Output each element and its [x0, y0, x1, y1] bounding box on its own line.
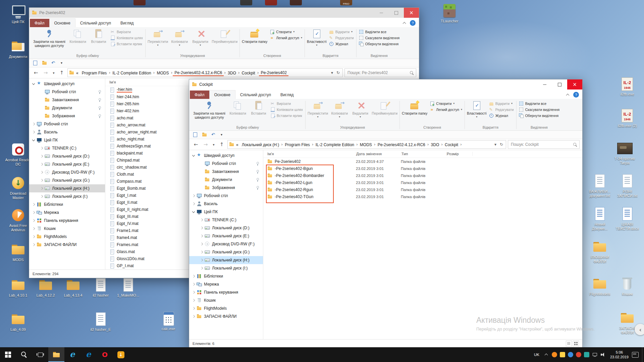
- breadcrumb-item[interactable]: MODS ›: [155, 70, 173, 76]
- open-button[interactable]: Відкрити▾: [328, 29, 355, 35]
- paste-shortcut-button[interactable]: Вставити ярлик: [109, 41, 144, 47]
- copy-button[interactable]: Копіювати: [227, 100, 248, 116]
- expander-icon[interactable]: [200, 162, 204, 166]
- tab-file[interactable]: Файл: [30, 19, 49, 27]
- partial-desktop-icon[interactable]: [290, 0, 302, 5]
- nav-item[interactable]: Робочий стіл: [29, 88, 105, 96]
- large-icons-view-button[interactable]: [573, 341, 579, 347]
- language-indicator[interactable]: UK: [531, 353, 542, 357]
- expander-icon[interactable]: [200, 218, 204, 222]
- expander-icon[interactable]: [40, 187, 44, 190]
- breadcrumb-item[interactable]: Program Files ›: [283, 142, 314, 147]
- expander-icon[interactable]: [40, 195, 44, 198]
- -Pe-2series402-Lgun[interactable]: -Pe-2series402-Lgun 23.02.2019 3:01 Папк…: [263, 179, 582, 186]
- nav-item[interactable]: Зображення: [29, 112, 105, 120]
- properties-button[interactable]: Властивості▾: [466, 100, 488, 120]
- new-folder-button[interactable]: Створити папку: [401, 100, 428, 116]
- new-item-button[interactable]: Створити▾: [268, 29, 304, 35]
- nav-item[interactable]: Цей ПК: [29, 136, 105, 144]
- nav-item[interactable]: Локальний диск (H:): [189, 256, 263, 264]
- expander-icon[interactable]: [40, 90, 44, 94]
- desktop-icon[interactable]: FlightModels: [586, 276, 613, 296]
- breadcrumb-item[interactable]: Pe-2series402-4.12.x-RC6 ›: [376, 142, 429, 147]
- nav-item[interactable]: Швидкий доступ: [189, 152, 263, 160]
- breadcrumb-item[interactable]: IL-2 Complete Edition ›: [314, 142, 358, 147]
- edit-button[interactable]: Редагувати: [488, 107, 515, 113]
- tab-share[interactable]: Спільний доступ: [235, 90, 276, 99]
- nav-item[interactable]: Завантаження: [189, 168, 263, 176]
- nav-item[interactable]: Цей ПК: [189, 208, 263, 216]
- partial-desktop-icon[interactable]: [240, 0, 252, 5]
- expander-icon[interactable]: [40, 155, 44, 158]
- qat-properties-button[interactable]: [193, 132, 198, 137]
- action-center-button[interactable]: [632, 352, 639, 358]
- title-bar[interactable]: Pe-2series402 ×: [29, 8, 419, 18]
- history-button[interactable]: Журнал: [488, 113, 515, 119]
- taskbar-internet-explorer[interactable]: [64, 347, 80, 362]
- taskbar-download-master[interactable]: [113, 347, 129, 362]
- expander-icon[interactable]: [192, 275, 196, 278]
- tray-icon-4[interactable]: [576, 352, 581, 357]
- address-box[interactable]: « › Локальний диск (H:) › Program Files …: [227, 140, 506, 149]
- tab-share[interactable]: Спільний доступ: [75, 19, 116, 27]
- help-icon[interactable]: ?: [410, 20, 416, 26]
- rename-button[interactable]: Перейменувати: [211, 28, 238, 45]
- nav-item[interactable]: Завантаження: [29, 96, 105, 104]
- nav-item[interactable]: TENNER (C:): [189, 216, 263, 224]
- expander-icon[interactable]: [200, 250, 204, 254]
- expander-icon[interactable]: [40, 146, 44, 150]
- back-button[interactable]: ←: [32, 69, 40, 77]
- cut-button[interactable]: Вирізати: [109, 29, 144, 35]
- breadcrumb-item[interactable]: MODS ›: [358, 142, 376, 147]
- tray-icon-5[interactable]: [584, 352, 589, 357]
- desktop-icon[interactable]: Кошик: [614, 276, 641, 296]
- maximize-button[interactable]: [389, 8, 404, 18]
- column-header-name[interactable]: Ім'я: [109, 80, 194, 84]
- nav-item[interactable]: Зображення: [189, 184, 263, 192]
- desktop-icon[interactable]: TLauncher: [436, 3, 463, 23]
- nav-item[interactable]: Локальний диск (D:): [189, 224, 263, 232]
- Pe-2series402[interactable]: Pe-2series402 23.02.2019 4:37 Папка файл…: [263, 158, 582, 165]
- nav-item[interactable]: Локальний диск (I:): [29, 192, 105, 200]
- paste-shortcut-button[interactable]: Вставити ярлик: [269, 113, 304, 119]
- expander-icon[interactable]: [192, 210, 196, 214]
- desktop-icon[interactable]: Avast Free Antivirus: [5, 208, 32, 232]
- desktop-icon[interactable]: Lab_4.10.1: [5, 278, 32, 298]
- nav-item[interactable]: Локальний диск (G:): [189, 248, 263, 256]
- -Pe-2series402-Bgun[interactable]: -Pe-2series402-Bgun 23.02.2019 3:01 Папк…: [263, 165, 582, 172]
- copy-to-button[interactable]: Копіювати▾: [329, 100, 350, 120]
- desktop-icon[interactable]: Lab_4.13.4: [60, 278, 87, 298]
- nav-item[interactable]: FlightModels: [29, 233, 105, 241]
- close-button[interactable]: ×: [404, 8, 419, 18]
- -Pe-2series402-TGun[interactable]: -Pe-2series402-TGun 23.02.2019 3:01 Папк…: [263, 193, 582, 200]
- column-header-size[interactable]: Розмір: [447, 152, 473, 156]
- collapse-ribbon-icon[interactable]: [566, 93, 570, 97]
- desktop-icon[interactable]: РІЗНІ ЗАПИСИ.txt: [614, 174, 641, 198]
- desktop-icon[interactable]: Download Master: [5, 176, 32, 200]
- nav-item[interactable]: ЗАПАСНІ ФАЙЛИ: [189, 312, 263, 320]
- expander-icon[interactable]: [32, 203, 36, 206]
- title-bar[interactable]: Cockpit ×: [189, 79, 582, 89]
- column-header-name[interactable]: Ім'я: [267, 152, 356, 156]
- close-button[interactable]: ×: [567, 79, 582, 89]
- desktop-icon[interactable]: 1_MakeMO...: [115, 278, 142, 298]
- nav-item[interactable]: Дисковод DVD-RW (F:): [29, 168, 105, 176]
- expander-icon[interactable]: [192, 315, 196, 318]
- expander-icon[interactable]: [32, 219, 36, 223]
- column-header-type[interactable]: Тип: [401, 152, 447, 156]
- expander-icon[interactable]: [200, 170, 204, 174]
- nav-item[interactable]: Локальний диск (D:): [29, 152, 105, 160]
- show-desktop-button[interactable]: [642, 347, 644, 362]
- breadcrumb-item[interactable]: Pe-2series402-4.12.x-RC6 ›: [173, 70, 226, 76]
- invert-selection-button[interactable]: Обернути виділення: [518, 113, 561, 119]
- expander-icon[interactable]: [192, 307, 196, 310]
- nav-item[interactable]: Локальний диск (I:): [189, 264, 263, 272]
- tab-home[interactable]: Основне: [209, 90, 235, 99]
- paste-button[interactable]: Вставити: [88, 28, 109, 45]
- forward-button[interactable]: →: [42, 69, 50, 77]
- breadcrumb-item[interactable]: IL-2 Complete Edition ›: [111, 70, 155, 76]
- nav-item[interactable]: Локальний диск (H:): [29, 184, 105, 192]
- nav-item[interactable]: Кошик: [189, 296, 263, 304]
- start-button[interactable]: [0, 347, 16, 362]
- expander-icon[interactable]: [40, 171, 44, 174]
